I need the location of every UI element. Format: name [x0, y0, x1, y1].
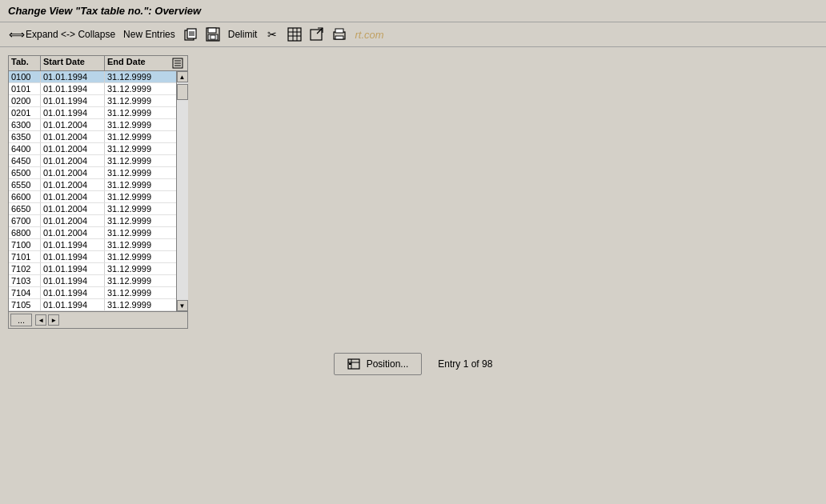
tool-icon4-button[interactable] — [329, 26, 350, 43]
cell-tab: 7103 — [9, 275, 41, 286]
position-icon — [347, 357, 362, 371]
entry-info: Entry 1 of 98 — [438, 358, 492, 370]
cell-start-date: 01.01.2004 — [41, 203, 105, 214]
tool-icon1-button[interactable]: ✂ — [262, 26, 283, 43]
cell-end-date: 31.12.9999 — [105, 119, 169, 130]
table-row[interactable]: 6800 01.01.2004 31.12.9999 — [9, 227, 176, 239]
table-row[interactable]: 7104 01.01.1994 31.12.9999 — [9, 287, 176, 299]
scroll-down-arrow[interactable]: ▼ — [177, 300, 188, 311]
cell-tab: 0101 — [9, 83, 41, 94]
scroll-track[interactable] — [177, 82, 188, 300]
print-icon — [332, 27, 347, 42]
cell-end-date: 31.12.9999 — [105, 167, 169, 178]
export-icon — [310, 27, 324, 42]
copy-icon-button[interactable] — [180, 26, 201, 43]
table-body-container: 0100 01.01.1994 31.12.9999 0101 01.01.19… — [9, 71, 187, 311]
svg-rect-14 — [311, 30, 322, 40]
tool-icon2-button[interactable] — [284, 26, 305, 43]
cell-start-date: 01.01.1994 — [41, 275, 105, 286]
data-table: Tab. Start Date End Date 0100 01.01.1994… — [8, 55, 188, 329]
cell-start-date: 01.01.2004 — [41, 143, 105, 154]
cell-tab: 6350 — [9, 131, 41, 142]
cell-tab: 6300 — [9, 119, 41, 130]
copy-icon — [183, 27, 198, 42]
cell-end-date: 31.12.9999 — [105, 227, 169, 238]
table-row[interactable]: 7102 01.01.1994 31.12.9999 — [9, 263, 176, 275]
cell-end-date: 31.12.9999 — [105, 191, 169, 202]
cell-end-date: 31.12.9999 — [105, 251, 169, 262]
cell-start-date: 01.01.1994 — [41, 263, 105, 274]
table-row[interactable]: 6550 01.01.2004 31.12.9999 — [9, 179, 176, 191]
table-row[interactable]: 6300 01.01.2004 31.12.9999 — [9, 119, 176, 131]
table-row[interactable]: 6350 01.01.2004 31.12.9999 — [9, 131, 176, 143]
cell-end-date: 31.12.9999 — [105, 287, 169, 298]
table-row[interactable]: 0101 01.01.1994 31.12.9999 — [9, 83, 176, 95]
cell-tab: 0100 — [9, 71, 41, 82]
svg-rect-17 — [335, 29, 343, 33]
cell-start-date: 01.01.2004 — [41, 131, 105, 142]
tool-icon3-button[interactable] — [307, 26, 327, 43]
new-entries-button[interactable]: New Entries — [120, 27, 178, 42]
cell-start-date: 01.01.2004 — [41, 191, 105, 202]
cell-tab: 7100 — [9, 239, 41, 250]
position-button[interactable]: Position... — [334, 353, 423, 375]
table-row[interactable]: 6500 01.01.2004 31.12.9999 — [9, 167, 176, 179]
cell-end-date: 31.12.9999 — [105, 179, 169, 190]
new-entries-label: New Entries — [123, 29, 175, 40]
cell-start-date: 01.01.1994 — [41, 239, 105, 250]
horizontal-scroll[interactable]: ◄ ► — [35, 314, 59, 326]
cell-tab: 6550 — [9, 179, 41, 190]
cell-end-date: 31.12.9999 — [105, 275, 169, 286]
table-row[interactable]: 0201 01.01.1994 31.12.9999 — [9, 107, 176, 119]
cell-end-date: 31.12.9999 — [105, 107, 169, 118]
cell-tab: 6600 — [9, 191, 41, 202]
delimit-button[interactable]: Delimit — [225, 27, 261, 42]
table-row[interactable]: 0100 01.01.1994 31.12.9999 — [9, 71, 176, 83]
footer-navigate-button[interactable]: ... — [10, 314, 32, 326]
title-text: Change View "Tax table no.": Overview — [8, 5, 201, 17]
expand-collapse-button[interactable]: ⟺ Expand <-> Collapse — [6, 26, 118, 43]
cell-tab: 0200 — [9, 95, 41, 106]
table-row[interactable]: 6700 01.01.2004 31.12.9999 — [9, 215, 176, 227]
table-row[interactable]: 6600 01.01.2004 31.12.9999 — [9, 191, 176, 203]
scroll-right-arrow[interactable]: ► — [48, 314, 59, 326]
vertical-scrollbar[interactable]: ▲ ▼ — [176, 71, 187, 311]
scroll-up-arrow[interactable]: ▲ — [177, 71, 188, 82]
cell-start-date: 01.01.1994 — [41, 299, 105, 310]
table-body[interactable]: 0100 01.01.1994 31.12.9999 0101 01.01.19… — [9, 71, 176, 311]
cell-start-date: 01.01.2004 — [41, 179, 105, 190]
table-row[interactable]: 6400 01.01.2004 31.12.9999 — [9, 143, 176, 155]
table-row[interactable]: 7100 01.01.1994 31.12.9999 — [9, 239, 176, 251]
cell-start-date: 01.01.2004 — [41, 155, 105, 166]
col-header-end: End Date — [105, 56, 169, 70]
column-settings-icon[interactable] — [169, 56, 186, 70]
watermark-text: rt.com — [355, 29, 383, 41]
svg-rect-6 — [208, 28, 216, 33]
table-row[interactable]: 7103 01.01.1994 31.12.9999 — [9, 275, 176, 287]
cell-end-date: 31.12.9999 — [105, 83, 169, 94]
cell-end-date: 31.12.9999 — [105, 95, 169, 106]
grid-icon — [287, 27, 302, 42]
table-row[interactable]: 6650 01.01.2004 31.12.9999 — [9, 203, 176, 215]
cell-end-date: 31.12.9999 — [105, 143, 169, 154]
scroll-left-arrow[interactable]: ◄ — [35, 314, 46, 326]
table-row[interactable]: 6450 01.01.2004 31.12.9999 — [9, 155, 176, 167]
cell-start-date: 01.01.2004 — [41, 227, 105, 238]
scroll-thumb[interactable] — [177, 84, 188, 100]
table-row[interactable]: 7105 01.01.1994 31.12.9999 — [9, 299, 176, 311]
table-row[interactable]: 7101 01.01.1994 31.12.9999 — [9, 251, 176, 263]
table-row[interactable]: 0200 01.01.1994 31.12.9999 — [9, 95, 176, 107]
svg-rect-18 — [335, 36, 343, 39]
cell-end-date: 31.12.9999 — [105, 299, 169, 310]
cell-start-date: 01.01.1994 — [41, 251, 105, 262]
cell-start-date: 01.01.1994 — [41, 83, 105, 94]
cell-tab: 6400 — [9, 143, 41, 154]
cell-tab: 6800 — [9, 227, 41, 238]
position-label: Position... — [367, 358, 409, 370]
cell-end-date: 31.12.9999 — [105, 239, 169, 250]
cell-start-date: 01.01.1994 — [41, 95, 105, 106]
cell-start-date: 01.01.2004 — [41, 167, 105, 178]
cell-end-date: 31.12.9999 — [105, 215, 169, 226]
save-icon-button[interactable] — [202, 26, 223, 43]
cell-start-date: 01.01.1994 — [41, 287, 105, 298]
